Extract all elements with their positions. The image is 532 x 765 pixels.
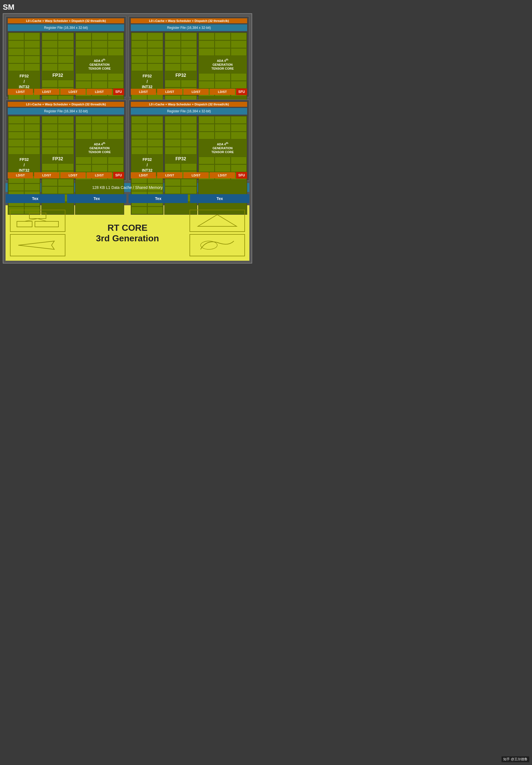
rt-core-diagram-box-3: [189, 210, 245, 232]
ldst-2-1: LD/ST: [131, 89, 156, 95]
bottom-units-4: LD/ST LD/ST LD/ST LD/ST SFU: [131, 172, 247, 179]
sm-label: SM: [3, 3, 14, 12]
ldst-4-2: LD/ST: [157, 172, 182, 178]
fp32-label-4: FP32: [164, 155, 197, 163]
ldst-3-1: LD/ST: [8, 172, 33, 178]
rt-core-diagram-box-4: [189, 234, 245, 256]
tex-4: Tex: [190, 194, 249, 203]
ldst-4-3: LD/ST: [183, 172, 209, 178]
quadrant-grid: L0 i-Cache + Warp Scheduler + Dispatch (…: [6, 16, 249, 181]
warp-scheduler-bar-1: L0 i-Cache + Warp Scheduler + Dispatch (…: [8, 18, 124, 23]
ldst-1-2: LD/ST: [34, 89, 59, 95]
ldst-3-3: LD/ST: [60, 172, 86, 178]
rt-core-title: RT CORE 3rd Generation: [65, 223, 189, 244]
svg-line-4: [38, 219, 47, 221]
register-file-bar-3: Register File (16,384 x 32-bit): [8, 108, 124, 115]
ldst-2-4: LD/ST: [210, 89, 235, 95]
rt-core-diagram-box-2: [10, 234, 65, 256]
tensor-label-1: ADA 4thGENERATIONTENSOR CORE: [75, 56, 124, 73]
tex-2: Tex: [67, 194, 127, 203]
shader-diagram-icon: [195, 237, 239, 254]
ldst-1-4: LD/ST: [87, 89, 112, 95]
svg-rect-1: [17, 221, 32, 227]
tex-3: Tex: [129, 194, 188, 203]
bottom-units-2: LD/ST LD/ST LD/ST LD/ST SFU: [131, 89, 247, 95]
ldst-2-3: LD/ST: [183, 89, 209, 95]
bvh-diagram-icon: [16, 213, 60, 229]
fp32-label-3: FP32: [42, 155, 74, 163]
compute-row-4: FP32/INT32: [131, 116, 247, 171]
rt-core-section: RT CORE 3rd Generation: [6, 205, 249, 261]
ldst-1-1: LD/ST: [8, 89, 33, 95]
svg-line-3: [24, 219, 38, 221]
warp-scheduler-bar-4: L0 i-Cache + Warp Scheduler + Dispatch (…: [131, 102, 247, 107]
sfu-4: SFU: [236, 172, 247, 179]
compute-row-3: FP32/INT32: [8, 116, 124, 171]
bottom-units-3: LD/ST LD/ST LD/ST LD/ST SFU: [8, 172, 124, 179]
compute-row-1: FP32/INT32: [8, 32, 124, 88]
sm-container: L0 i-Cache + Warp Scheduler + Dispatch (…: [3, 13, 252, 264]
ldst-3-4: LD/ST: [87, 172, 112, 178]
quadrant-2: L0 i-Cache + Warp Scheduler + Dispatch (…: [129, 16, 249, 97]
register-file-bar-4: Register File (16,384 x 32-bit): [131, 108, 247, 115]
ldst-4-4: LD/ST: [210, 172, 235, 178]
register-file-bar-1: Register File (16,384 x 32-bit): [8, 24, 124, 31]
warp-scheduler-bar-2: L0 i-Cache + Warp Scheduler + Dispatch (…: [131, 18, 247, 23]
rt-core-left: [10, 210, 65, 256]
warp-scheduler-bar-3: L0 i-Cache + Warp Scheduler + Dispatch (…: [8, 102, 124, 107]
tensor-label-4: ADA 4thGENERATIONTENSOR CORE: [198, 140, 247, 157]
svg-rect-0: [29, 213, 46, 219]
ldst-1-3: LD/ST: [60, 89, 86, 95]
register-file-bar-2: Register File (16,384 x 32-bit): [131, 24, 247, 31]
fp32-label-1: FP32: [42, 71, 74, 80]
ray-diagram-icon: [16, 237, 60, 254]
quadrant-1: L0 i-Cache + Warp Scheduler + Dispatch (…: [6, 16, 127, 97]
triangle-diagram-icon: [195, 213, 239, 229]
rt-core-right: [189, 210, 245, 256]
quadrant-4: L0 i-Cache + Warp Scheduler + Dispatch (…: [129, 100, 249, 181]
ldst-2-2: LD/ST: [157, 89, 182, 95]
sfu-3: SFU: [113, 172, 124, 179]
rt-core-diagram-box-1: [10, 210, 65, 232]
tensor-label-3: ADA 4thGENERATIONTENSOR CORE: [75, 140, 124, 157]
tensor-label-2: ADA 4thGENERATIONTENSOR CORE: [198, 56, 247, 73]
tex-1: Tex: [6, 194, 65, 203]
compute-row-2: FP32/INT32: [131, 32, 247, 88]
quadrant-3: L0 i-Cache + Warp Scheduler + Dispatch (…: [6, 100, 127, 181]
svg-rect-2: [35, 221, 59, 227]
bottom-units-1: LD/ST LD/ST LD/ST LD/ST SFU: [8, 89, 124, 95]
sfu-2: SFU: [236, 89, 247, 95]
sfu-1: SFU: [113, 89, 124, 95]
fp32-label-2: FP32: [164, 71, 197, 80]
rt-core-center: RT CORE 3rd Generation: [65, 223, 189, 244]
ldst-4-1: LD/ST: [131, 172, 156, 178]
ldst-3-2: LD/ST: [34, 172, 59, 178]
tex-row: Tex Tex Tex Tex: [6, 194, 249, 203]
